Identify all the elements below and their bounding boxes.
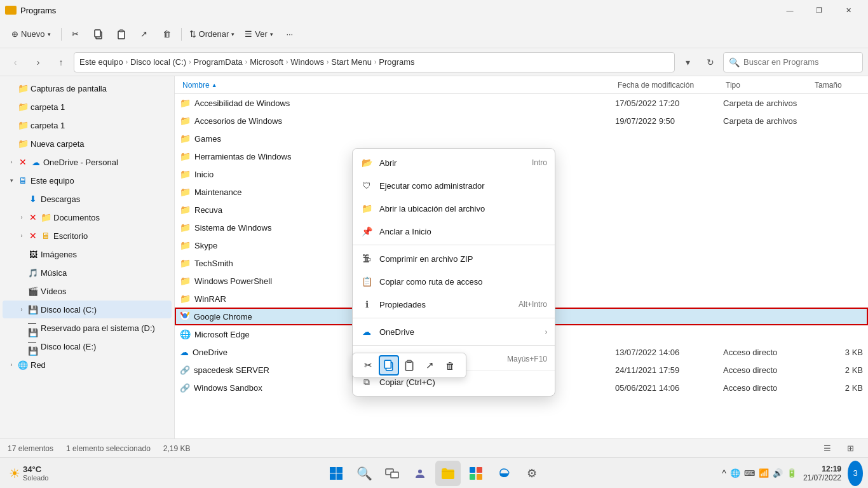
context-item-anclar[interactable]: 📌 Anclar a Inicio (353, 220, 555, 243)
mini-delete-button[interactable]: 🗑 (440, 355, 461, 376)
path-segment-home[interactable]: Este equipo (79, 57, 123, 67)
sandbox-icon: 🔗 (180, 383, 190, 393)
sidebar-item-red[interactable]: › 🌐 Red (3, 356, 172, 374)
path-segment-programdata[interactable]: ProgramData (193, 57, 242, 67)
tray-arrow-icon[interactable]: ^ (722, 468, 726, 478)
meet-button[interactable] (407, 461, 433, 486)
new-button[interactable]: ⊕ Nuevo ▾ (5, 24, 57, 44)
refresh-button[interactable]: ↻ (700, 52, 721, 72)
context-item-abrir[interactable]: 📂 Abrir Intro (353, 151, 555, 174)
svg-rect-11 (337, 467, 343, 473)
docs-icon: ✕ (28, 212, 38, 222)
taskview-button[interactable] (379, 461, 405, 486)
settings-taskbar-button[interactable]: ⚙ (519, 461, 545, 486)
explorer-button[interactable] (435, 461, 461, 486)
col-size[interactable]: Tamaño (812, 81, 863, 90)
mini-cut-button[interactable]: ✂ (358, 355, 378, 376)
share-button[interactable]: ↗ (134, 24, 154, 44)
sidebar-item-carpeta1b[interactable]: 📁 carpeta 1 (3, 116, 172, 134)
minimize-button[interactable]: — (775, 0, 804, 20)
file-item-games[interactable]: 📁Games (175, 130, 868, 147)
context-item-ubicacion[interactable]: 📁 Abrir la ubicación del archivo (353, 197, 555, 220)
paste-button[interactable] (111, 24, 132, 44)
folder-icon: 📁 (18, 139, 28, 149)
path-segment-programs[interactable]: Programs (379, 57, 414, 67)
sidebar-item-nuevacarpeta[interactable]: 📁 Nueva carpeta (3, 135, 172, 152)
time-widget[interactable]: 12:19 21/07/2022 (801, 464, 844, 482)
sidebar-item-escritorio[interactable]: › ✕ 🖥 Escritorio (3, 227, 172, 245)
sidebar-item-videos[interactable]: 🎬 Vídeos (3, 282, 172, 300)
folder2-icon: 📁 (41, 212, 51, 222)
path-segment-c[interactable]: Disco local (C:) (130, 57, 186, 67)
properties-icon: ℹ (360, 298, 373, 311)
list-view-button[interactable]: ☰ (817, 438, 837, 459)
maximize-button[interactable]: ❐ (804, 0, 834, 20)
mini-copy-button[interactable] (379, 355, 399, 376)
back-button[interactable]: ‹ (5, 52, 25, 72)
sidebar-item-disco-c[interactable]: › 💾 Disco local (C:) (3, 301, 172, 318)
teams-icon (413, 466, 427, 480)
context-item-propiedades[interactable]: ℹ Propiedades Alt+Intro (353, 293, 555, 316)
context-item-zip[interactable]: 🗜 Comprimir en archivo ZIP (353, 247, 555, 270)
weather-widget[interactable]: ☀ 34°C Soleado (5, 464, 52, 482)
notification-button[interactable]: 3 (848, 461, 863, 486)
mini-paste-button[interactable] (399, 355, 419, 376)
file-item-accesorios[interactable]: 📁Accesorios de Windows 19/07/2022 9:50 C… (175, 112, 868, 130)
sidebar-item-capturas[interactable]: 📁 Capturas de pantalla (3, 79, 172, 97)
start-button[interactable] (323, 461, 349, 486)
sidebar-item-esteequipo[interactable]: ▾ 🖥 Este equipo (3, 172, 172, 189)
col-type[interactable]: Tipo (723, 81, 812, 90)
view-button[interactable]: ☰ Ver ▾ (241, 24, 277, 44)
sidebar-item-disco-d[interactable]: — 💾 Reservado para el sistema (D:) (3, 319, 172, 337)
folder-icon: 📁 (180, 116, 191, 126)
search-input[interactable] (743, 57, 857, 67)
address-bar: ‹ › ↑ Este equipo › Disco local (C:) › P… (0, 48, 868, 76)
grid-view-button[interactable]: ⊞ (840, 438, 860, 459)
sidebar-item-disco-e[interactable]: — 💾 Disco local (E:) (3, 337, 172, 355)
context-item-admin[interactable]: 🛡 Ejecutar como administrador (353, 174, 555, 197)
sidebar-item-onedrive[interactable]: › ✕ ☁ OneDrive - Personal (3, 153, 172, 171)
path-segment-windows[interactable]: Windows (290, 57, 324, 67)
up-button[interactable]: ↑ (51, 52, 71, 72)
dropdown-button[interactable]: ▾ (677, 52, 698, 72)
delete-button[interactable]: 🗑 (157, 24, 177, 44)
context-item-onedrive[interactable]: ☁ OneDrive › (353, 320, 555, 343)
sort-button[interactable]: ⇅ Ordenar ▾ (186, 24, 239, 44)
mini-share-button[interactable]: ↗ (419, 355, 440, 376)
col-name[interactable]: Nombre ▲ (180, 81, 615, 90)
chevron-icon: › (8, 159, 15, 165)
taskbar-center: 🔍 (323, 461, 545, 486)
file-item-accesibilidad[interactable]: 📁Accesibilidad de Windows 17/05/2022 17:… (175, 94, 868, 112)
sort-asc-icon: ▲ (212, 82, 217, 88)
title-bar: Programs — ❐ ✕ (0, 0, 868, 20)
edge-taskbar-button[interactable] (491, 461, 517, 486)
weather-desc: Soleado (23, 474, 48, 482)
more-button[interactable]: ··· (280, 24, 300, 44)
copy-button[interactable] (88, 24, 109, 44)
sort-icon: ⇅ (189, 29, 196, 39)
path-segment-startmenu[interactable]: Start Menu (331, 57, 372, 67)
col-date[interactable]: Fecha de modificación (615, 81, 723, 90)
forward-button[interactable]: › (28, 52, 48, 72)
paste-icon (116, 29, 126, 39)
context-item-copiar-ruta[interactable]: 📋 Copiar como ruta de acceso (353, 270, 555, 293)
chrome-icon (180, 311, 190, 323)
sidebar-item-descargas[interactable]: ⬇ Descargas (3, 190, 172, 208)
svg-rect-21 (477, 474, 482, 480)
search-box[interactable]: 🔍 (723, 52, 863, 72)
taskbar-left: ☀ 34°C Soleado (5, 464, 52, 482)
path-segment-microsoft[interactable]: Microsoft (250, 57, 283, 67)
close-button[interactable]: ✕ (834, 0, 863, 20)
sidebar-item-carpeta1a[interactable]: 📁 carpeta 1 (3, 98, 172, 116)
drive-d-icon: — 💾 (28, 323, 38, 333)
volume-icon[interactable]: 🔊 (773, 468, 783, 478)
svg-rect-20 (470, 474, 475, 480)
sidebar-item-musica[interactable]: 🎵 Música (3, 264, 172, 281)
sidebar-item-documentos[interactable]: › ✕ 📁 Documentos (3, 208, 172, 226)
sidebar-item-imagenes[interactable]: 🖼 Imágenes (3, 245, 172, 263)
new-chevron-icon: ▾ (48, 31, 51, 37)
search-taskbar-button[interactable]: 🔍 (351, 461, 377, 486)
store-button[interactable] (463, 461, 489, 486)
address-path[interactable]: Este equipo › Disco local (C:) › Program… (74, 52, 675, 72)
cut-button[interactable]: ✂ (65, 24, 86, 44)
